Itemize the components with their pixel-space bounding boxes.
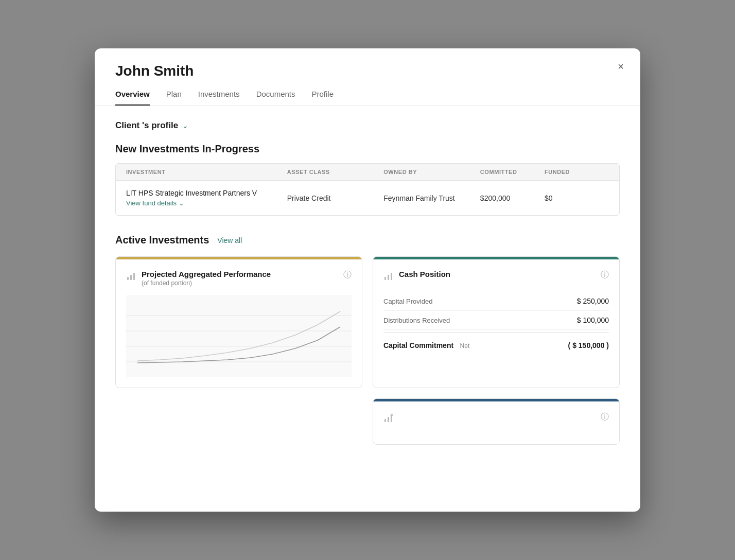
card-inner-cash: Cash Position ⓘ Capital Provided $ 250,0… bbox=[373, 259, 619, 362]
svg-rect-12 bbox=[388, 417, 389, 422]
info-icon-second[interactable]: ⓘ bbox=[601, 412, 609, 423]
close-button[interactable]: × bbox=[618, 61, 624, 73]
modal-header: John Smith × Overview Plan Investments D… bbox=[95, 48, 640, 106]
funded-cell: $0 bbox=[545, 194, 609, 202]
distributions-label: Distributions Received bbox=[383, 317, 450, 324]
card-title-group-cash: Cash Position bbox=[383, 270, 450, 284]
modal-content: Client 's profile ⌄ New Investments In-P… bbox=[95, 106, 640, 459]
card-header-cash: Cash Position ⓘ bbox=[383, 270, 609, 284]
tab-overview[interactable]: Overview bbox=[115, 90, 150, 106]
col-asset-class: ASSET CLASS bbox=[287, 169, 384, 175]
svg-rect-11 bbox=[384, 419, 386, 422]
card-subtitle: (of funded portion) bbox=[142, 279, 271, 287]
second-card-title-group bbox=[383, 412, 394, 426]
card-inner: Projected Aggregated Performance (of fun… bbox=[116, 259, 362, 388]
svg-rect-3 bbox=[126, 295, 352, 377]
cash-position-rows: Capital Provided $ 250,000 Distributions… bbox=[383, 292, 609, 352]
investment-cell: LIT HPS Strategic Investment Partners V … bbox=[126, 189, 287, 207]
svg-rect-1 bbox=[130, 275, 132, 280]
col-funded: FUNDED bbox=[545, 169, 609, 175]
divider bbox=[383, 332, 609, 332]
tab-plan[interactable]: Plan bbox=[166, 90, 182, 106]
table-row: LIT HPS Strategic Investment Partners V … bbox=[116, 181, 619, 215]
active-investments-title: Active Investments bbox=[115, 234, 209, 246]
investment-name: LIT HPS Strategic Investment Partners V bbox=[126, 189, 287, 197]
chart-icon bbox=[126, 271, 136, 284]
projected-performance-card: Projected Aggregated Performance (of fun… bbox=[115, 256, 362, 388]
col-committed: COMMITTED bbox=[480, 169, 545, 175]
capital-provided-label: Capital Provided bbox=[383, 297, 432, 305]
svg-rect-9 bbox=[388, 275, 389, 280]
new-investments-title: New Investments In-Progress bbox=[115, 143, 620, 155]
second-bottom-card: ⓘ bbox=[373, 398, 620, 445]
info-icon-cash[interactable]: ⓘ bbox=[601, 270, 609, 281]
net-row: Capital Commitment Net ( $ 150,000 ) bbox=[383, 335, 609, 352]
capital-commitment-label: Capital Commitment bbox=[383, 341, 453, 349]
net-label-group: Capital Commitment Net bbox=[383, 341, 469, 350]
tab-documents[interactable]: Documents bbox=[256, 90, 295, 106]
tab-investments[interactable]: Investments bbox=[198, 90, 240, 106]
client-profile-label: Client 's profile bbox=[115, 120, 178, 131]
tab-profile[interactable]: Profile bbox=[312, 90, 334, 106]
second-card-inner: ⓘ bbox=[373, 401, 619, 444]
distributions-row: Distributions Received $ 100,000 bbox=[383, 311, 609, 330]
net-value: ( $ 150,000 ) bbox=[568, 341, 609, 349]
cards-grid: Projected Aggregated Performance (of fun… bbox=[115, 256, 620, 445]
committed-cell: $200,000 bbox=[480, 194, 545, 202]
chart-area bbox=[126, 295, 352, 377]
chart-icon-second bbox=[383, 413, 394, 426]
new-investments-table: INVESTMENT ASSET CLASS OWNED BY COMMITTE… bbox=[115, 163, 620, 216]
cash-position-title: Cash Position bbox=[399, 270, 450, 278]
cash-position-card: Cash Position ⓘ Capital Provided $ 250,0… bbox=[373, 256, 620, 388]
table-header-row: INVESTMENT ASSET CLASS OWNED BY COMMITTE… bbox=[116, 164, 619, 181]
client-profile-section: Client 's profile ⌄ bbox=[115, 120, 620, 131]
info-icon[interactable]: ⓘ bbox=[343, 270, 352, 281]
distributions-value: $ 100,000 bbox=[577, 316, 609, 324]
new-investments-section: New Investments In-Progress INVESTMENT A… bbox=[115, 143, 620, 216]
chevron-icon: ⌄ bbox=[179, 199, 184, 207]
col-investment: INVESTMENT bbox=[126, 169, 287, 175]
capital-provided-value: $ 250,000 bbox=[577, 297, 609, 305]
svg-rect-0 bbox=[127, 277, 129, 280]
card-title: Projected Aggregated Performance bbox=[142, 270, 271, 278]
svg-rect-8 bbox=[384, 277, 386, 280]
capital-provided-row: Capital Provided $ 250,000 bbox=[383, 292, 609, 311]
owned-by-cell: Feynman Family Trust bbox=[383, 194, 480, 202]
chart-icon-cash bbox=[383, 271, 394, 284]
net-tag: Net bbox=[460, 342, 470, 349]
view-all-link[interactable]: View all bbox=[217, 236, 242, 244]
card-title-group: Projected Aggregated Performance (of fun… bbox=[126, 270, 271, 287]
card-header: Projected Aggregated Performance (of fun… bbox=[126, 270, 352, 287]
svg-rect-2 bbox=[133, 273, 135, 280]
active-investments-header: Active Investments View all bbox=[115, 234, 620, 246]
tab-bar: Overview Plan Investments Documents Prof… bbox=[115, 90, 620, 106]
svg-rect-10 bbox=[391, 273, 392, 280]
client-profile-chevron[interactable]: ⌄ bbox=[182, 121, 188, 130]
active-investments-section: Active Investments View all bbox=[115, 234, 620, 445]
col-owned-by: OWNED BY bbox=[383, 169, 480, 175]
second-card-header: ⓘ bbox=[383, 412, 609, 426]
view-fund-link[interactable]: View fund details ⌄ bbox=[126, 199, 287, 207]
modal-title: John Smith bbox=[115, 63, 620, 79]
asset-class-cell: Private Credit bbox=[287, 194, 384, 202]
modal-window: John Smith × Overview Plan Investments D… bbox=[95, 48, 640, 512]
